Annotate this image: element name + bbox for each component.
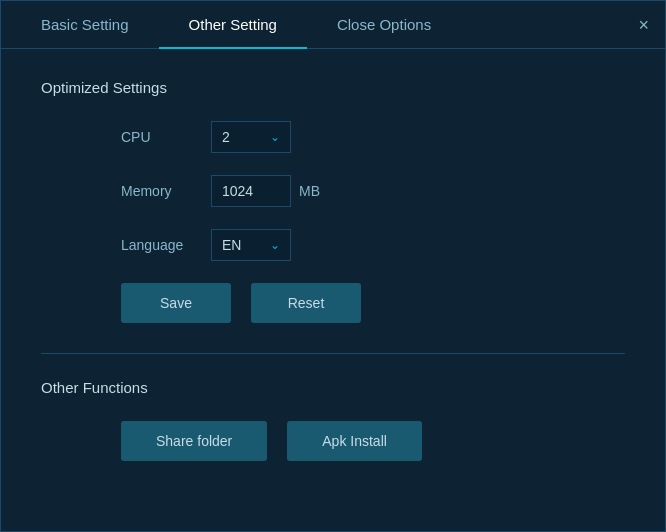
- tab-other[interactable]: Other Setting: [159, 1, 307, 49]
- close-button[interactable]: ×: [638, 16, 649, 34]
- apk-install-button[interactable]: Apk Install: [287, 421, 422, 461]
- memory-label: Memory: [121, 183, 211, 199]
- memory-row: Memory MB: [121, 175, 625, 207]
- reset-button[interactable]: Reset: [251, 283, 361, 323]
- cpu-dropdown-arrow: ⌄: [270, 130, 280, 144]
- tab-bar: Basic Setting Other Setting Close Option…: [1, 1, 665, 49]
- other-section-title: Other Functions: [41, 379, 625, 396]
- language-control: EN ⌄: [211, 229, 291, 261]
- language-row: Language EN ⌄: [121, 229, 625, 261]
- memory-input[interactable]: [211, 175, 291, 207]
- memory-unit: MB: [299, 183, 320, 199]
- section-divider: [41, 353, 625, 354]
- memory-control: MB: [211, 175, 320, 207]
- settings-window: Basic Setting Other Setting Close Option…: [0, 0, 666, 532]
- cpu-label: CPU: [121, 129, 211, 145]
- cpu-value: 2: [222, 129, 230, 145]
- share-folder-button[interactable]: Share folder: [121, 421, 267, 461]
- language-dropdown-arrow: ⌄: [270, 238, 280, 252]
- language-label: Language: [121, 237, 211, 253]
- tab-close-options[interactable]: Close Options: [307, 1, 461, 49]
- content-area: Optimized Settings CPU 2 ⌄ Memory MB: [1, 49, 665, 531]
- save-button[interactable]: Save: [121, 283, 231, 323]
- settings-grid: CPU 2 ⌄ Memory MB Language: [41, 121, 625, 323]
- other-button-row: Share folder Apk Install: [121, 421, 625, 461]
- optimized-button-row: Save Reset: [121, 283, 625, 323]
- optimized-section-title: Optimized Settings: [41, 79, 625, 96]
- cpu-row: CPU 2 ⌄: [121, 121, 625, 153]
- language-dropdown[interactable]: EN ⌄: [211, 229, 291, 261]
- cpu-dropdown[interactable]: 2 ⌄: [211, 121, 291, 153]
- other-functions-grid: Share folder Apk Install: [41, 421, 625, 461]
- language-value: EN: [222, 237, 241, 253]
- tab-basic[interactable]: Basic Setting: [11, 1, 159, 49]
- cpu-control: 2 ⌄: [211, 121, 291, 153]
